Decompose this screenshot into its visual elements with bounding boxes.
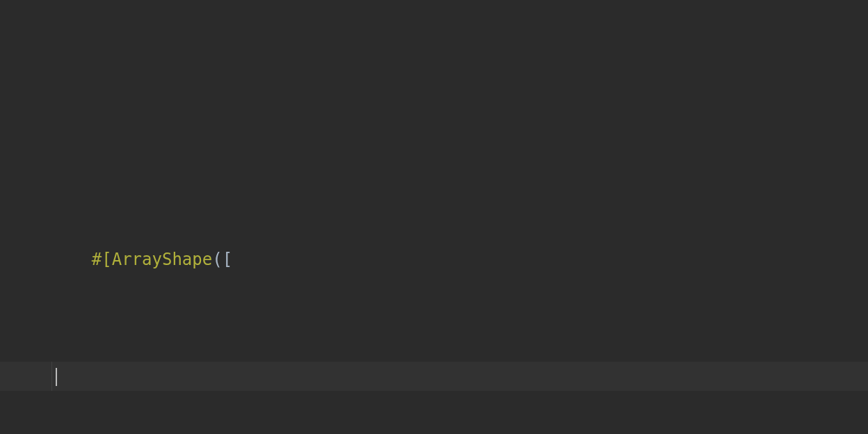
code-line-active[interactable]: 'id' => 'int', [0,362,868,391]
code-line[interactable]: #[ArrayShape([ [0,216,868,245]
active-line-highlight [0,362,868,391]
code-editor[interactable]: #[ArrayShape([ 'id' => 'int', 'name' => … [0,0,868,434]
punct: ([ [212,250,232,269]
attribute-open: #[ [92,250,112,269]
attribute-name: ArrayShape [112,250,213,269]
indent-guide [51,362,52,391]
text-caret [56,368,57,386]
